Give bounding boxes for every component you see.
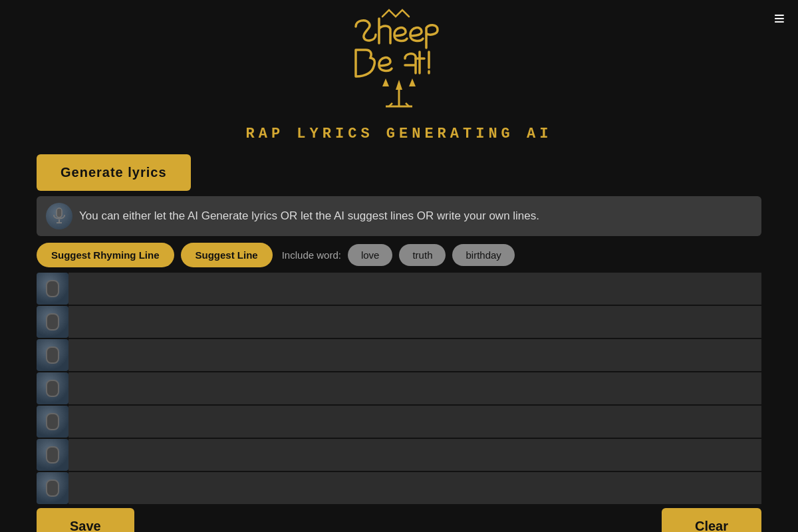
- mic-avatar-row: [37, 406, 68, 438]
- suggest-row: Suggest Rhyming Line Suggest Line Includ…: [37, 243, 761, 267]
- app-tagline: RAP LYRICS GENERATING AI: [246, 126, 553, 142]
- word-chip-truth[interactable]: truth: [399, 244, 446, 266]
- app-logo: [336, 7, 462, 123]
- mic-avatar-row: [37, 273, 68, 305]
- suggest-rhyming-line-button[interactable]: Suggest Rhyming Line: [37, 243, 174, 267]
- lyric-row: [37, 339, 761, 371]
- menu-button[interactable]: ≡: [774, 9, 785, 28]
- mic-avatar-row: [37, 372, 68, 404]
- lyric-row: [37, 439, 761, 471]
- clear-button[interactable]: Clear: [662, 508, 761, 532]
- bottom-bar: Save Clear: [37, 508, 761, 532]
- include-word-label: Include word:: [282, 249, 341, 261]
- svg-rect-4: [57, 208, 62, 217]
- info-row: You can either let the AI Generate lyric…: [37, 196, 761, 236]
- lyric-rows: [37, 273, 761, 504]
- lyric-row: [37, 306, 761, 338]
- mic-icon: [52, 207, 66, 225]
- lyric-input-6[interactable]: [68, 439, 761, 471]
- word-chip-love[interactable]: love: [348, 244, 393, 266]
- lyric-input-5[interactable]: [68, 406, 761, 438]
- generate-lyrics-button[interactable]: Generate lyrics: [37, 154, 191, 191]
- lyric-row: [37, 372, 761, 404]
- lyric-row: [37, 273, 761, 305]
- mic-avatar-row: [37, 472, 68, 504]
- suggest-line-button[interactable]: Suggest Line: [181, 243, 273, 267]
- mic-avatar-row: [37, 439, 68, 471]
- info-message: You can either let the AI Generate lyric…: [79, 209, 752, 223]
- save-button[interactable]: Save: [37, 508, 134, 532]
- lyric-row: [37, 406, 761, 438]
- lyric-row: [37, 472, 761, 504]
- logo-area: [336, 7, 462, 123]
- mic-avatar-row: [37, 339, 68, 371]
- lyric-input-2[interactable]: [68, 306, 761, 338]
- lyric-input-4[interactable]: [68, 372, 761, 404]
- word-chip-birthday[interactable]: birthday: [452, 244, 514, 266]
- lyric-input-7[interactable]: [68, 472, 761, 504]
- lyric-input-1[interactable]: [68, 273, 761, 305]
- mic-avatar-row: [37, 306, 68, 338]
- mic-avatar-info: [46, 203, 72, 229]
- lyric-input-3[interactable]: [68, 339, 761, 371]
